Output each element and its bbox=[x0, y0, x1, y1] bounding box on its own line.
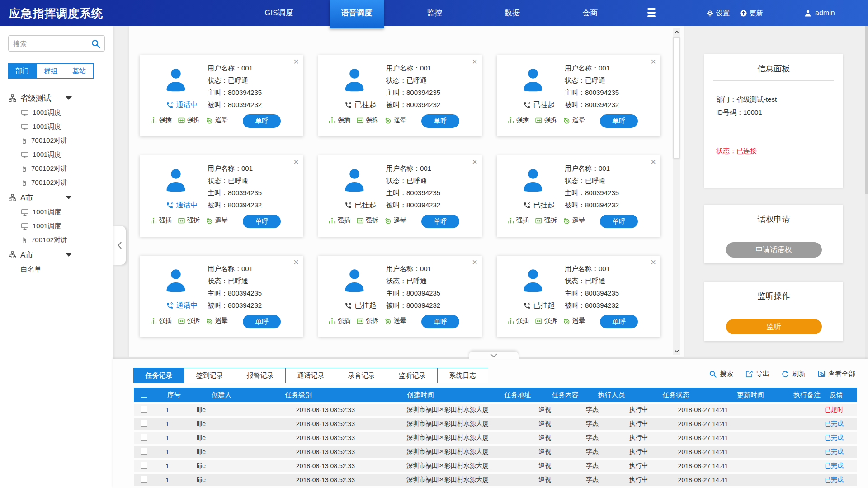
nav-item[interactable]: 会商 bbox=[563, 0, 617, 26]
tree-item[interactable]: 700102对讲 bbox=[8, 134, 107, 148]
row-checkbox[interactable] bbox=[141, 434, 147, 441]
scrollbar-thumb[interactable] bbox=[673, 37, 680, 158]
table-row[interactable]: 1 lijie 2018-08-13 08:52:33 深圳市福田区彩田村水源大… bbox=[134, 460, 857, 472]
force-release-button[interactable]: 强拆 bbox=[356, 317, 378, 325]
single-call-button[interactable]: 单呼 bbox=[243, 315, 281, 328]
tree-item[interactable]: 1001调度 bbox=[8, 120, 107, 134]
barge-in-button[interactable]: 强插 bbox=[328, 116, 350, 124]
single-call-button[interactable]: 单呼 bbox=[600, 315, 638, 328]
record-tab[interactable]: 监听记录 bbox=[387, 368, 438, 383]
tree-item[interactable]: 700102对讲 bbox=[8, 176, 107, 190]
tree-item[interactable]: 1001调度 bbox=[8, 205, 107, 219]
close-icon[interactable]: × bbox=[472, 57, 477, 66]
record-tab[interactable]: 通话记录 bbox=[285, 368, 336, 383]
record-tab[interactable]: 系统日志 bbox=[437, 368, 488, 383]
sidebar-collapse-handle[interactable] bbox=[113, 226, 126, 265]
select-all-checkbox[interactable] bbox=[141, 391, 147, 398]
close-icon[interactable]: × bbox=[651, 57, 656, 66]
table-row[interactable]: 1 lijie 2018-08-13 08:52:33 深圳市福田区彩田村水源大… bbox=[134, 404, 857, 416]
record-tab[interactable]: 报警记录 bbox=[235, 368, 286, 383]
barge-in-button[interactable]: 强插 bbox=[328, 317, 350, 325]
page-scrollbar-thumb[interactable] bbox=[865, 26, 868, 194]
close-icon[interactable]: × bbox=[293, 258, 299, 267]
scroll-up-icon[interactable] bbox=[673, 28, 680, 35]
feedback-cell[interactable]: 已完成 bbox=[811, 420, 857, 428]
single-call-button[interactable]: 单呼 bbox=[243, 215, 281, 228]
remote-stun-button[interactable]: 遥晕 bbox=[206, 216, 228, 225]
row-checkbox[interactable] bbox=[141, 476, 147, 483]
remote-stun-button[interactable]: 遥晕 bbox=[384, 116, 406, 124]
tree-group-row[interactable]: A市 bbox=[8, 247, 107, 263]
record-tab[interactable]: 任务记录 bbox=[133, 368, 184, 383]
force-release-button[interactable]: 强拆 bbox=[535, 116, 557, 124]
close-icon[interactable]: × bbox=[472, 157, 477, 166]
single-call-button[interactable]: 单呼 bbox=[421, 215, 459, 228]
remote-stun-button[interactable]: 遥晕 bbox=[563, 216, 585, 225]
cards-scrollbar[interactable] bbox=[673, 28, 680, 355]
table-row[interactable]: 1 lijie 2018-08-13 08:52:33 深圳市福田区彩田村水源大… bbox=[134, 418, 857, 430]
scroll-down-icon[interactable] bbox=[673, 347, 680, 355]
barge-in-button[interactable]: 强插 bbox=[328, 216, 350, 225]
sidebar-tab[interactable]: 部门 bbox=[8, 63, 37, 79]
request-talk-right-button[interactable]: 申请话语权 bbox=[726, 242, 822, 258]
row-checkbox[interactable] bbox=[141, 420, 147, 427]
table-row[interactable]: 1 lijie 2018-08-13 08:52:33 深圳市福田区彩田村水源大… bbox=[134, 474, 857, 486]
feedback-cell[interactable]: 已完成 bbox=[811, 476, 857, 484]
search-button[interactable]: 搜索 bbox=[709, 370, 733, 378]
single-call-button[interactable]: 单呼 bbox=[600, 114, 638, 128]
search-input[interactable] bbox=[13, 36, 90, 51]
update-button[interactable]: 更新 bbox=[740, 9, 763, 18]
close-icon[interactable]: × bbox=[651, 157, 656, 166]
remote-stun-button[interactable]: 遥晕 bbox=[563, 116, 585, 124]
tree-group-row[interactable]: A市 bbox=[8, 190, 107, 205]
tree-item[interactable]: 白名单 bbox=[8, 263, 107, 277]
sidebar-tab[interactable]: 基站 bbox=[65, 63, 94, 79]
export-button[interactable]: 导出 bbox=[745, 370, 769, 378]
tree-group-row[interactable]: 省级测试 bbox=[8, 90, 107, 106]
force-release-button[interactable]: 强拆 bbox=[535, 317, 557, 325]
force-release-button[interactable]: 强拆 bbox=[178, 317, 200, 325]
close-icon[interactable]: × bbox=[472, 258, 477, 267]
listen-button[interactable]: 监听 bbox=[726, 319, 822, 334]
table-row[interactable]: 1 lijie 2018-08-13 08:52:33 深圳市福田区彩田村水源大… bbox=[134, 432, 857, 444]
nav-item[interactable]: 语音调度 bbox=[330, 0, 384, 28]
remote-stun-button[interactable]: 遥晕 bbox=[563, 317, 585, 325]
feedback-cell[interactable]: 已完成 bbox=[811, 448, 857, 456]
remote-stun-button[interactable]: 遥晕 bbox=[384, 317, 406, 325]
sidebar-tab[interactable]: 群组 bbox=[36, 63, 65, 79]
remote-stun-button[interactable]: 遥晕 bbox=[206, 317, 228, 325]
tree-item[interactable]: 1001调度 bbox=[8, 219, 107, 233]
single-call-button[interactable]: 单呼 bbox=[421, 114, 459, 128]
feedback-cell[interactable]: 已完成 bbox=[811, 462, 857, 470]
close-icon[interactable]: × bbox=[293, 157, 299, 166]
force-release-button[interactable]: 强拆 bbox=[356, 216, 378, 225]
nav-item[interactable]: 数据 bbox=[485, 0, 539, 26]
barge-in-button[interactable]: 强插 bbox=[507, 216, 529, 225]
tree-item[interactable]: 700102对讲 bbox=[8, 233, 107, 247]
close-icon[interactable]: × bbox=[293, 57, 299, 66]
bottom-collapse-handle[interactable] bbox=[469, 352, 519, 359]
remote-stun-button[interactable]: 遥晕 bbox=[206, 116, 228, 124]
remote-stun-button[interactable]: 遥晕 bbox=[384, 216, 406, 225]
force-release-button[interactable]: 强拆 bbox=[178, 116, 200, 124]
settings-button[interactable]: 设置 bbox=[706, 9, 730, 18]
force-release-button[interactable]: 强拆 bbox=[535, 216, 557, 225]
single-call-button[interactable]: 单呼 bbox=[421, 315, 459, 328]
force-release-button[interactable]: 强拆 bbox=[356, 116, 378, 124]
force-release-button[interactable]: 强拆 bbox=[178, 216, 200, 225]
row-checkbox[interactable] bbox=[141, 406, 147, 413]
nav-item[interactable]: 监控 bbox=[407, 0, 462, 26]
search-icon[interactable] bbox=[91, 39, 101, 49]
close-icon[interactable]: × bbox=[651, 258, 656, 267]
caret-down-icon[interactable] bbox=[66, 196, 72, 199]
row-checkbox[interactable] bbox=[141, 462, 147, 469]
nav-item[interactable]: GIS调度 bbox=[252, 0, 306, 26]
caret-down-icon[interactable] bbox=[66, 253, 72, 257]
barge-in-button[interactable]: 强插 bbox=[507, 317, 529, 325]
record-tab[interactable]: 签到记录 bbox=[184, 368, 235, 383]
barge-in-button[interactable]: 强插 bbox=[507, 116, 529, 124]
table-row[interactable]: 1 lijie 2018-08-13 08:52:33 深圳市福田区彩田村水源大… bbox=[134, 446, 857, 458]
tree-item[interactable]: 700102对讲 bbox=[8, 162, 107, 176]
single-call-button[interactable]: 单呼 bbox=[600, 215, 638, 228]
feedback-cell[interactable]: 已完成 bbox=[811, 434, 857, 442]
